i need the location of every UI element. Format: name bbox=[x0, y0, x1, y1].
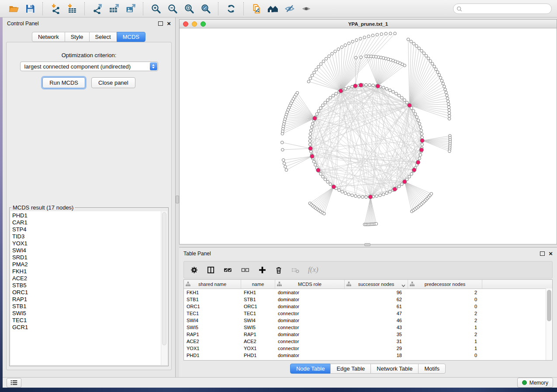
close-panel-button[interactable]: Close panel bbox=[91, 77, 135, 88]
tab-style[interactable]: Style bbox=[65, 32, 90, 42]
table-row[interactable]: STB1STB1dominator620 bbox=[184, 296, 552, 303]
export-table-icon[interactable] bbox=[107, 2, 121, 16]
tab-network-table[interactable]: Network Table bbox=[370, 364, 419, 374]
column-header-mcds-role[interactable]: MCDS role bbox=[275, 280, 345, 289]
result-item[interactable]: SWI4 bbox=[12, 247, 161, 254]
table-panel-header: Table Panel × bbox=[179, 248, 557, 260]
table-cell: STB1 bbox=[241, 297, 275, 302]
result-item[interactable]: STB1 bbox=[12, 303, 161, 310]
import-network-icon[interactable] bbox=[48, 2, 62, 16]
result-item[interactable]: STP4 bbox=[12, 226, 161, 233]
zoom-selected-icon[interactable] bbox=[199, 2, 213, 16]
add-column-icon[interactable] bbox=[258, 266, 266, 274]
result-list-scrollbar[interactable] bbox=[161, 211, 167, 365]
close-panel-icon[interactable]: × bbox=[167, 21, 171, 26]
zoom-fit-icon[interactable] bbox=[182, 2, 196, 16]
result-item[interactable]: PHD1 bbox=[12, 212, 161, 219]
search-input[interactable] bbox=[453, 3, 552, 14]
criterion-select[interactable]: largest connected component (undirected) bbox=[20, 62, 158, 71]
table-cell: 2 bbox=[408, 318, 482, 323]
result-item[interactable]: ORC1 bbox=[12, 289, 161, 296]
close-table-panel-icon[interactable]: × bbox=[549, 251, 553, 256]
task-history-button[interactable] bbox=[7, 378, 21, 388]
tab-edge-table[interactable]: Edge Table bbox=[330, 364, 371, 374]
save-icon[interactable] bbox=[23, 2, 37, 16]
run-mcds-button[interactable]: Run MCDS bbox=[42, 77, 85, 88]
tab-network[interactable]: Network bbox=[32, 32, 65, 42]
table-cell: 43 bbox=[345, 325, 408, 330]
result-item[interactable]: TID3 bbox=[12, 233, 161, 240]
toolbar-separator bbox=[84, 2, 85, 15]
result-item[interactable]: ACE2 bbox=[12, 275, 161, 282]
search-box bbox=[453, 3, 552, 14]
export-image-icon[interactable] bbox=[124, 2, 138, 16]
memory-button[interactable]: Memory bbox=[517, 378, 553, 388]
table-row[interactable]: RAP1RAP1dominator352 bbox=[184, 331, 552, 338]
result-item[interactable]: SRD1 bbox=[12, 254, 161, 261]
tab-motifs[interactable]: Motifs bbox=[418, 364, 446, 374]
result-item[interactable]: SWI5 bbox=[12, 310, 161, 317]
table-cell: 1 bbox=[408, 325, 482, 330]
result-item[interactable]: STB5 bbox=[12, 282, 161, 289]
horizontal-splitter-handle[interactable] bbox=[364, 243, 370, 246]
tab-mcds[interactable]: MCDS bbox=[117, 32, 145, 42]
refresh-icon[interactable] bbox=[224, 2, 238, 16]
table-row[interactable]: TEC1TEC1connector472 bbox=[184, 310, 552, 317]
delete-column-icon[interactable] bbox=[275, 266, 283, 274]
select-all-icon[interactable] bbox=[223, 266, 232, 274]
export-network-icon[interactable] bbox=[90, 2, 104, 16]
app-window: Control Panel × NetworkStyleSelectMCDS O… bbox=[0, 0, 557, 392]
column-header-name[interactable]: name bbox=[241, 280, 275, 289]
control-panel: Control Panel × NetworkStyleSelectMCDS O… bbox=[3, 17, 176, 377]
float-table-panel-icon[interactable] bbox=[540, 251, 545, 256]
list-icon bbox=[10, 380, 18, 385]
zoom-out-icon[interactable] bbox=[166, 2, 180, 16]
column-header-filler[interactable] bbox=[482, 280, 552, 289]
settings-gear-icon[interactable] bbox=[190, 266, 198, 274]
result-item[interactable]: RAP1 bbox=[12, 296, 161, 303]
table-scrollbar[interactable] bbox=[546, 289, 552, 360]
result-item[interactable]: FKH1 bbox=[12, 268, 161, 275]
table-panel: Table Panel × f(x) shared namenameMCDS r… bbox=[179, 247, 557, 377]
eye-icon[interactable] bbox=[299, 2, 313, 16]
table-cell: 0 bbox=[408, 353, 482, 358]
vertical-splitter[interactable] bbox=[176, 17, 179, 377]
table-row[interactable]: ORC1ORC1dominator610 bbox=[184, 303, 552, 310]
network-canvas[interactable] bbox=[180, 28, 557, 244]
table-row[interactable]: FKH1FKH1dominator962 bbox=[184, 289, 552, 296]
duplicate-network-icon[interactable] bbox=[249, 2, 263, 16]
result-item[interactable]: PMA2 bbox=[12, 261, 161, 268]
column-header-successor-nodes[interactable]: successor nodes bbox=[345, 280, 408, 289]
vertical-splitter-handle[interactable] bbox=[176, 196, 179, 203]
table-cell: 29 bbox=[345, 346, 408, 351]
table-row[interactable]: SWI5SWI5connector431 bbox=[184, 324, 552, 331]
table-row[interactable]: ACE2ACE2connector311 bbox=[184, 338, 552, 345]
function-builder-icon: f(x) bbox=[308, 265, 318, 274]
tab-select[interactable]: Select bbox=[89, 32, 117, 42]
delete-table-icon bbox=[291, 266, 300, 274]
column-layout-icon[interactable] bbox=[207, 266, 215, 274]
tab-node-table[interactable]: Node Table bbox=[290, 364, 331, 374]
table-panel-title: Table Panel bbox=[183, 251, 211, 257]
column-header-shared-name[interactable]: shared name bbox=[184, 280, 241, 289]
eye-slash-icon[interactable] bbox=[283, 2, 297, 16]
table-row[interactable]: SWI4SWI4dominator462 bbox=[184, 317, 552, 324]
result-item[interactable]: GCR1 bbox=[12, 324, 161, 331]
table-row[interactable]: PHD1PHD1dominator180 bbox=[184, 352, 552, 359]
result-item[interactable]: TEC1 bbox=[12, 317, 161, 324]
deselect-all-icon[interactable] bbox=[241, 266, 250, 274]
import-table-icon[interactable] bbox=[65, 2, 79, 16]
homes-icon[interactable] bbox=[266, 2, 280, 16]
table-panel-tabs: Node TableEdge TableNetwork TableMotifs bbox=[179, 364, 557, 374]
table-row[interactable]: YOX1YOX1connector291 bbox=[184, 345, 552, 352]
mcds-tab-pane: Optimization criterion: largest connecte… bbox=[6, 42, 172, 370]
result-item[interactable]: CAR1 bbox=[12, 219, 161, 226]
float-panel-icon[interactable] bbox=[158, 21, 163, 26]
column-header-predecessor-nodes[interactable]: predecessor nodes bbox=[408, 280, 482, 289]
table-cell: 18 bbox=[345, 353, 408, 358]
network-graph bbox=[180, 28, 557, 244]
result-item[interactable]: YOX1 bbox=[12, 240, 161, 247]
open-icon[interactable] bbox=[7, 2, 21, 16]
zoom-in-icon[interactable] bbox=[149, 2, 163, 16]
table-cell: dominator bbox=[275, 304, 345, 309]
